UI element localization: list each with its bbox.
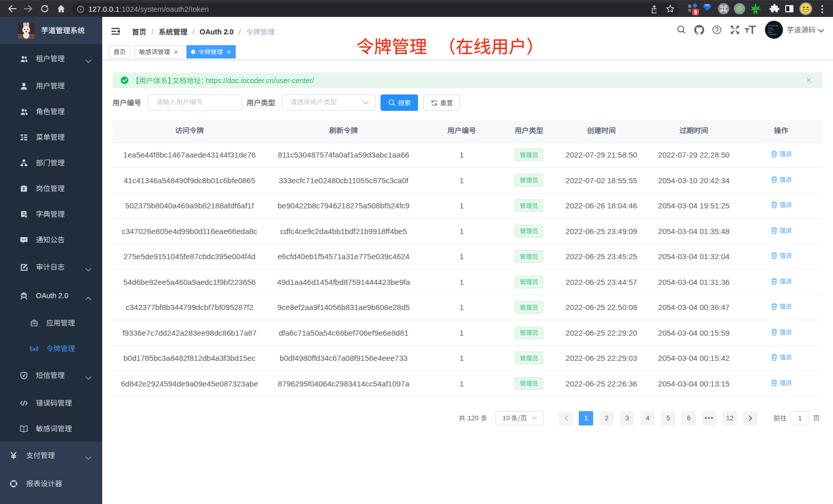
svg-text:9: 9 xyxy=(694,10,697,15)
svg-text:a: a xyxy=(33,346,36,351)
